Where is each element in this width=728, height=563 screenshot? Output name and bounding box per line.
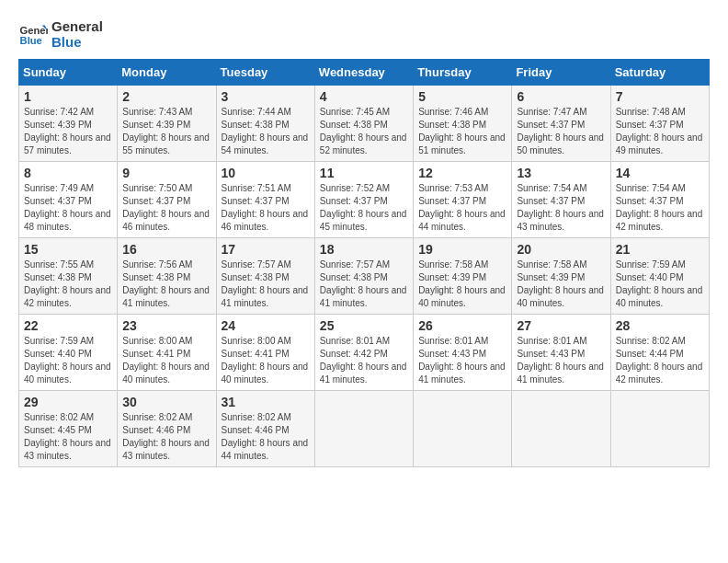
day-cell: 30 Sunrise: 8:02 AM Sunset: 4:46 PM Dayl… — [118, 391, 216, 467]
day-info: Sunrise: 8:01 AM Sunset: 4:43 PM Dayligh… — [418, 335, 506, 386]
svg-text:Blue: Blue — [20, 35, 42, 46]
day-number: 6 — [517, 89, 605, 104]
day-cell: 16 Sunrise: 7:56 AM Sunset: 4:38 PM Dayl… — [118, 238, 216, 315]
day-number: 1 — [24, 89, 112, 104]
day-cell: 22 Sunrise: 7:59 AM Sunset: 4:40 PM Dayl… — [19, 315, 118, 391]
day-info: Sunrise: 8:02 AM Sunset: 4:46 PM Dayligh… — [122, 411, 210, 463]
day-cell: 21 Sunrise: 7:59 AM Sunset: 4:40 PM Dayl… — [610, 238, 709, 315]
day-info: Sunrise: 7:48 AM Sunset: 4:37 PM Dayligh… — [616, 106, 704, 157]
logo-icon: General Blue — [18, 19, 48, 49]
weekday-sunday: Sunday — [19, 60, 118, 86]
day-info: Sunrise: 7:56 AM Sunset: 4:38 PM Dayligh… — [122, 259, 210, 310]
day-number: 10 — [222, 166, 310, 180]
day-info: Sunrise: 8:02 AM Sunset: 4:44 PM Dayligh… — [616, 335, 704, 386]
day-number: 13 — [517, 166, 605, 180]
day-info: Sunrise: 7:59 AM Sunset: 4:40 PM Dayligh… — [24, 335, 112, 386]
day-info: Sunrise: 7:57 AM Sunset: 4:38 PM Dayligh… — [320, 259, 408, 310]
day-cell: 24 Sunrise: 8:00 AM Sunset: 4:41 PM Dayl… — [216, 315, 314, 391]
day-number: 9 — [122, 166, 210, 180]
day-cell: 27 Sunrise: 8:01 AM Sunset: 4:43 PM Dayl… — [512, 315, 610, 391]
day-cell: 25 Sunrise: 8:01 AM Sunset: 4:42 PM Dayl… — [314, 315, 413, 391]
day-number: 17 — [222, 242, 310, 257]
day-number: 8 — [24, 166, 112, 180]
day-cell: 18 Sunrise: 7:57 AM Sunset: 4:38 PM Dayl… — [314, 238, 413, 315]
week-row-3: 15 Sunrise: 7:55 AM Sunset: 4:38 PM Dayl… — [19, 238, 710, 315]
day-info: Sunrise: 8:02 AM Sunset: 4:46 PM Dayligh… — [222, 411, 310, 463]
day-number: 28 — [616, 318, 704, 333]
day-number: 21 — [616, 242, 704, 257]
day-number: 3 — [222, 89, 310, 104]
week-row-4: 22 Sunrise: 7:59 AM Sunset: 4:40 PM Dayl… — [19, 315, 710, 391]
day-cell: 15 Sunrise: 7:55 AM Sunset: 4:38 PM Dayl… — [19, 238, 118, 315]
day-number: 30 — [122, 395, 210, 409]
weekday-tuesday: Tuesday — [216, 60, 314, 86]
day-info: Sunrise: 7:43 AM Sunset: 4:39 PM Dayligh… — [122, 106, 210, 157]
weekday-friday: Friday — [512, 60, 610, 86]
day-cell: 12 Sunrise: 7:53 AM Sunset: 4:37 PM Dayl… — [414, 162, 512, 238]
day-number: 22 — [24, 318, 112, 333]
day-number: 11 — [320, 166, 408, 180]
day-info: Sunrise: 7:49 AM Sunset: 4:37 PM Dayligh… — [24, 182, 112, 234]
day-number: 14 — [616, 166, 704, 180]
day-number: 24 — [222, 318, 310, 333]
day-info: Sunrise: 8:01 AM Sunset: 4:43 PM Dayligh… — [517, 335, 605, 386]
day-number: 25 — [320, 318, 408, 333]
day-cell: 31 Sunrise: 8:02 AM Sunset: 4:46 PM Dayl… — [216, 391, 314, 467]
day-number: 26 — [418, 318, 506, 333]
day-cell — [512, 391, 610, 467]
day-info: Sunrise: 7:46 AM Sunset: 4:38 PM Dayligh… — [418, 106, 506, 157]
day-cell — [610, 391, 709, 467]
weekday-saturday: Saturday — [610, 60, 709, 86]
day-cell: 1 Sunrise: 7:42 AM Sunset: 4:39 PM Dayli… — [19, 86, 118, 162]
day-number: 15 — [24, 242, 112, 257]
weekday-wednesday: Wednesday — [314, 60, 413, 86]
day-info: Sunrise: 7:57 AM Sunset: 4:38 PM Dayligh… — [222, 259, 310, 310]
day-number: 7 — [616, 89, 704, 104]
day-number: 23 — [122, 318, 210, 333]
day-info: Sunrise: 7:50 AM Sunset: 4:37 PM Dayligh… — [122, 182, 210, 234]
day-info: Sunrise: 7:51 AM Sunset: 4:37 PM Dayligh… — [222, 182, 310, 234]
day-info: Sunrise: 7:58 AM Sunset: 4:39 PM Dayligh… — [517, 259, 605, 310]
day-info: Sunrise: 7:47 AM Sunset: 4:37 PM Dayligh… — [517, 106, 605, 157]
day-info: Sunrise: 8:02 AM Sunset: 4:45 PM Dayligh… — [24, 411, 112, 463]
day-cell: 23 Sunrise: 8:00 AM Sunset: 4:41 PM Dayl… — [118, 315, 216, 391]
week-row-1: 1 Sunrise: 7:42 AM Sunset: 4:39 PM Dayli… — [19, 86, 710, 162]
day-cell: 4 Sunrise: 7:45 AM Sunset: 4:38 PM Dayli… — [314, 86, 413, 162]
day-info: Sunrise: 7:42 AM Sunset: 4:39 PM Dayligh… — [24, 106, 112, 157]
day-info: Sunrise: 7:55 AM Sunset: 4:38 PM Dayligh… — [24, 259, 112, 310]
day-number: 16 — [122, 242, 210, 257]
logo-text-general: General — [51, 18, 103, 34]
calendar-body: 1 Sunrise: 7:42 AM Sunset: 4:39 PM Dayli… — [19, 86, 710, 467]
day-cell: 17 Sunrise: 7:57 AM Sunset: 4:38 PM Dayl… — [216, 238, 314, 315]
day-info: Sunrise: 7:54 AM Sunset: 4:37 PM Dayligh… — [616, 182, 704, 234]
day-info: Sunrise: 7:54 AM Sunset: 4:37 PM Dayligh… — [517, 182, 605, 234]
day-cell: 20 Sunrise: 7:58 AM Sunset: 4:39 PM Dayl… — [512, 238, 610, 315]
day-cell: 19 Sunrise: 7:58 AM Sunset: 4:39 PM Dayl… — [414, 238, 512, 315]
week-row-2: 8 Sunrise: 7:49 AM Sunset: 4:37 PM Dayli… — [19, 162, 710, 238]
logo-text-blue: Blue — [51, 34, 103, 50]
day-cell: 28 Sunrise: 8:02 AM Sunset: 4:44 PM Dayl… — [610, 315, 709, 391]
day-cell: 13 Sunrise: 7:54 AM Sunset: 4:37 PM Dayl… — [512, 162, 610, 238]
day-cell — [314, 391, 413, 467]
header: General Blue General Blue — [18, 18, 710, 50]
day-info: Sunrise: 8:01 AM Sunset: 4:42 PM Dayligh… — [320, 335, 408, 386]
day-number: 29 — [24, 395, 112, 409]
weekday-header-row: SundayMondayTuesdayWednesdayThursdayFrid… — [19, 60, 710, 86]
day-cell: 6 Sunrise: 7:47 AM Sunset: 4:37 PM Dayli… — [512, 86, 610, 162]
day-info: Sunrise: 7:59 AM Sunset: 4:40 PM Dayligh… — [616, 259, 704, 310]
weekday-thursday: Thursday — [414, 60, 512, 86]
day-cell: 26 Sunrise: 8:01 AM Sunset: 4:43 PM Dayl… — [414, 315, 512, 391]
day-cell: 14 Sunrise: 7:54 AM Sunset: 4:37 PM Dayl… — [610, 162, 709, 238]
day-number: 5 — [418, 89, 506, 104]
day-number: 18 — [320, 242, 408, 257]
day-cell: 5 Sunrise: 7:46 AM Sunset: 4:38 PM Dayli… — [414, 86, 512, 162]
day-cell: 9 Sunrise: 7:50 AM Sunset: 4:37 PM Dayli… — [118, 162, 216, 238]
day-info: Sunrise: 8:00 AM Sunset: 4:41 PM Dayligh… — [222, 335, 310, 386]
day-cell: 7 Sunrise: 7:48 AM Sunset: 4:37 PM Dayli… — [610, 86, 709, 162]
day-info: Sunrise: 7:58 AM Sunset: 4:39 PM Dayligh… — [418, 259, 506, 310]
day-number: 31 — [222, 395, 310, 409]
day-info: Sunrise: 7:44 AM Sunset: 4:38 PM Dayligh… — [222, 106, 310, 157]
day-info: Sunrise: 7:45 AM Sunset: 4:38 PM Dayligh… — [320, 106, 408, 157]
logo: General Blue General Blue — [18, 18, 103, 50]
day-cell — [414, 391, 512, 467]
